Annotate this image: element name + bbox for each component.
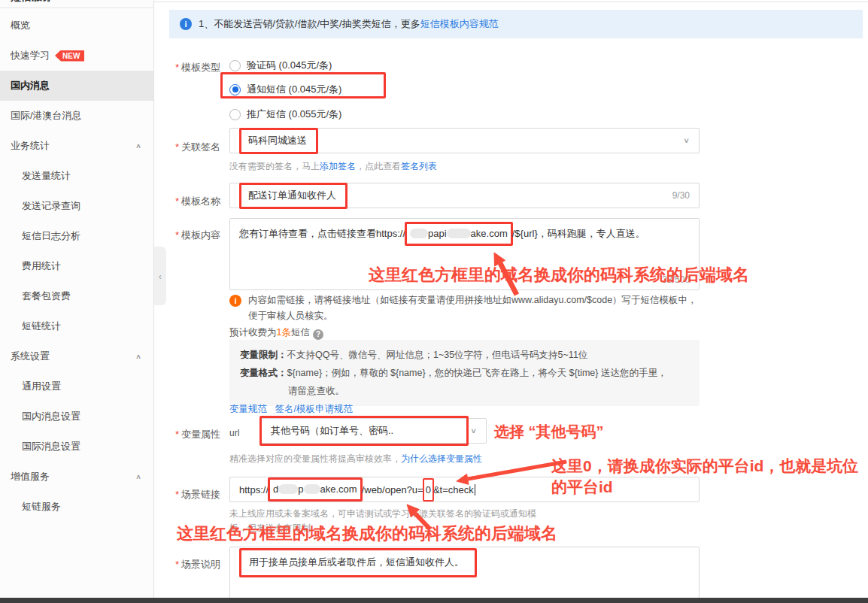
radio-button[interactable] (229, 60, 241, 71)
signature-list-link[interactable]: 签名列表 (401, 161, 437, 171)
var-attribute-helper: 精准选择对应的变量属性将提高审核效率，为什么选择变量属性 (229, 453, 482, 465)
sidebar-item-shortlink-stats[interactable]: 短链统计 (0, 311, 153, 341)
scene-link-label: *场景链接 (175, 488, 220, 501)
sidebar-item-send-volume-stats[interactable]: 发送量统计 (0, 161, 153, 191)
radio-button-selected[interactable] (229, 84, 241, 95)
chevron-down-icon[interactable]: ∨ (470, 426, 477, 435)
annotation-box: 用于接单员接单后或者取件后，短信通知收件人。 (239, 548, 477, 577)
divider (154, 2, 868, 2)
sidebar-item-sms-log-analysis[interactable]: 短信日志分析 (0, 221, 153, 251)
signature-select[interactable]: 码科同城速送 ∨ (229, 128, 700, 153)
chevron-up-icon: ∧ (135, 473, 141, 480)
annotation-platform-id: 这里0，请换成你实际的平台id，也就是坑位 的平台id (551, 456, 858, 498)
new-badge: NEW (55, 50, 84, 62)
annotation-box: 码科同城速送 (239, 128, 318, 154)
annotation-select-other: 选择 “其他号码” (494, 422, 604, 442)
bottom-crop-bar (0, 598, 868, 603)
variable-format-line: 变量格式：${name}；例如，尊敬的 ${name}，您的快递已飞奔在路上，将… (240, 364, 689, 382)
variable-format-line2: 请留意查收。 (240, 382, 689, 400)
main-content: i 1、不能发送营销/贷款/借款/中奖/抽奖类短信，更多短信模板内容规范 *模板… (154, 0, 868, 603)
redacted-blur (278, 484, 298, 494)
add-signature-link[interactable]: 添加签名 (320, 161, 356, 171)
why-var-attribute-link[interactable]: 为什么选择变量属性 (401, 453, 482, 464)
annotation-link-domain: 这里红色方框里的域名换成你的码科系统的后端域名 (177, 523, 557, 545)
radio-option-notification-sms[interactable]: 通知短信 (0.045元/条) (229, 79, 341, 100)
rule-links: 变量规范 签名/模板申请规范 (229, 403, 353, 416)
annotation-content-domain: 这里红色方框里的域名换成你的码科系统的后端域名 (369, 264, 749, 286)
sidebar-title: 短信服务 (11, 0, 53, 4)
radio-option-verification-code[interactable]: 验证码 (0.045元/条) (229, 55, 332, 76)
sidebar-nav: 概览 快速学习NEW 国内消息 国际/港澳台消息 业务统计∧ 发送量统计 发送记… (0, 11, 153, 522)
template-type-label: *模板类型 (175, 61, 220, 74)
content-link-notice: i 内容如需链接，请将链接地址（如链接有变量请使用拼接地址如www.aliday… (229, 292, 705, 324)
fee-count: 1条 (277, 327, 291, 338)
sidebar-item-shortlink-service[interactable]: 短链服务 (0, 492, 153, 522)
sidebar-group-business-stats[interactable]: 业务统计∧ (0, 131, 153, 161)
signature-label: *关联签名 (175, 141, 220, 154)
variable-rules-box: 变量限制：不支持QQ号、微信号、网址信息；1~35位字符，但电话号码支持5~11… (229, 340, 700, 406)
template-name-input[interactable]: 配送订单通知收件人 9/30 (229, 183, 700, 208)
annotation-box: dpake.com (268, 477, 363, 501)
sidebar-item-international-message[interactable]: 国际/港澳台消息 (0, 101, 153, 131)
fee-estimate: 预计收费为1条短信? (229, 326, 323, 340)
annotation-box: 0 (423, 478, 434, 501)
scene-desc-textarea[interactable]: 用于接单员接单后或者取件后，短信通知收件人。 (229, 547, 700, 599)
content-spec-link[interactable]: 短信模板内容规范 (420, 17, 499, 31)
template-content-label: *模板内容 (175, 229, 220, 242)
radio-button[interactable] (229, 109, 241, 120)
annotation-box: papiake.com (405, 222, 513, 246)
sidebar-group-value-added-services[interactable]: 增值服务∧ (0, 462, 153, 492)
platform-id-value: 0 (426, 484, 431, 495)
var-attribute-select[interactable]: 其他号码（如订单号、密码.. ∨ (261, 418, 487, 444)
collapse-arrow-icon: ‹ (159, 271, 162, 282)
redacted-blur (410, 229, 428, 238)
notice-banner: i 1、不能发送营销/贷款/借款/中奖/抽奖类短信，更多短信模板内容规范 (169, 10, 863, 38)
signature-helper: 没有需要的签名，马上添加签名，点此查看签名列表 (229, 160, 437, 173)
sidebar-item-international-message-settings[interactable]: 国际消息设置 (0, 432, 153, 462)
banner-text: 1、不能发送营销/贷款/借款/中奖/抽奖类短信，更多 (199, 17, 420, 31)
chevron-up-icon: ∧ (135, 142, 141, 150)
sidebar: 短信服务 概览 快速学习NEW 国内消息 国际/港澳台消息 业务统计∧ 发送量统… (0, 0, 154, 603)
panel-collapse-handle[interactable]: ‹ (154, 247, 166, 305)
template-apply-spec-link[interactable]: 签名/模板申请规范 (275, 404, 352, 414)
var-attribute-label: *变量属性 (175, 428, 220, 441)
char-counter: 9/30 (672, 190, 690, 201)
annotation-box: 配送订单通知收件人 (239, 183, 348, 209)
sidebar-item-general-settings[interactable]: 通用设置 (0, 371, 153, 401)
radio-option-promo-sms[interactable]: 推广短信 (0.055元/条) (229, 104, 341, 125)
sidebar-item-domestic-message[interactable]: 国内消息 (0, 71, 153, 101)
help-icon[interactable]: ? (313, 329, 323, 340)
chevron-up-icon: ∧ (135, 353, 141, 360)
sidebar-item-domestic-message-settings[interactable]: 国内消息设置 (0, 401, 153, 432)
sms-console-screen: 短信服务 概览 快速学习NEW 国内消息 国际/港澳台消息 业务统计∧ 发送量统… (0, 0, 868, 603)
info-icon: i (180, 18, 192, 30)
variable-spec-link[interactable]: 变量规范 (229, 404, 267, 414)
sidebar-item-package-pricing[interactable]: 套餐包资费 (0, 281, 153, 311)
redacted-blur (304, 484, 320, 494)
sidebar-group-system-settings[interactable]: 系统设置∧ (0, 341, 153, 371)
chevron-down-icon[interactable]: ∨ (683, 136, 690, 144)
template-name-label: *模板名称 (175, 195, 220, 208)
sidebar-item-send-record-query[interactable]: 发送记录查询 (0, 191, 153, 221)
sidebar-item-fee-stats[interactable]: 费用统计 (0, 251, 153, 281)
redacted-blur (447, 229, 471, 238)
variable-limit-line: 变量限制：不支持QQ号、微信号、网址信息；1~35位字符，但电话号码支持5~11… (240, 346, 689, 364)
warning-icon: i (229, 295, 241, 307)
scene-desc-label: *场景说明 (175, 558, 220, 571)
divider (0, 8, 153, 8)
text-cursor (475, 484, 476, 495)
sidebar-item-quick-learn[interactable]: 快速学习NEW (0, 41, 153, 71)
var-name: url (229, 428, 239, 438)
sidebar-item-overview[interactable]: 概览 (0, 11, 153, 41)
